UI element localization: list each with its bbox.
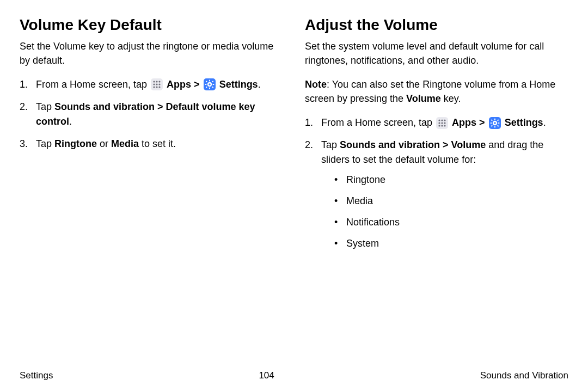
media-bold: Media	[111, 138, 139, 149]
period: .	[543, 117, 546, 128]
svg-rect-14	[209, 88, 210, 89]
bullet-media: Media	[334, 194, 568, 209]
apps-icon	[436, 117, 448, 129]
settings-icon	[489, 117, 501, 129]
bullet-notifications: Notifications	[334, 215, 568, 230]
step-text: From a Home screen, tap	[321, 117, 435, 128]
ringtone-bold: Ringtone	[54, 138, 97, 149]
apps-label: Apps	[167, 79, 191, 90]
svg-rect-36	[490, 122, 492, 124]
page-footer: Settings 104 Sounds and Vibration	[20, 370, 568, 381]
svg-point-8	[156, 87, 157, 88]
separator: >	[191, 79, 203, 90]
period: .	[258, 79, 261, 90]
svg-point-26	[441, 122, 443, 124]
step-1-right: From a Home screen, tap Apps > Settings.	[305, 115, 568, 130]
step-1-left: From a Home screen, tap Apps > Settings.	[20, 77, 283, 92]
apps-icon	[151, 78, 163, 90]
svg-point-2	[156, 81, 157, 83]
svg-point-12	[209, 84, 211, 86]
svg-point-25	[438, 122, 440, 124]
step-text: From a Home screen, tap	[36, 79, 150, 90]
footer-left: Settings	[20, 370, 53, 381]
intro-left: Set the Volume key to adjust the rington…	[20, 39, 283, 68]
volume-bold: Volume	[406, 93, 441, 104]
step-text: or	[97, 138, 111, 149]
svg-point-9	[158, 87, 160, 88]
step-text: Tap	[321, 139, 340, 150]
volume-bullets: Ringtone Media Notifications System	[321, 173, 568, 251]
svg-rect-34	[494, 118, 495, 120]
steps-left: From a Home screen, tap Apps > Settings.…	[20, 77, 283, 151]
svg-point-5	[156, 84, 157, 85]
apps-label: Apps	[452, 117, 476, 128]
svg-point-30	[444, 125, 445, 126]
footer-page-number: 104	[259, 370, 274, 381]
settings-icon	[204, 78, 216, 90]
intro-right: Set the system volume level and default …	[305, 39, 568, 68]
heading-volume-key-default: Volume Key Default	[20, 16, 283, 34]
step-2-left: Tap Sounds and vibration > Default volum…	[20, 100, 283, 129]
svg-rect-16	[212, 84, 214, 85]
svg-point-22	[438, 119, 440, 121]
step-3-left: Tap Ringtone or Media to set it.	[20, 137, 283, 151]
heading-adjust-volume: Adjust the Volume	[305, 16, 568, 34]
note-text: key.	[441, 93, 461, 104]
svg-rect-37	[498, 122, 499, 124]
settings-label: Settings	[219, 79, 258, 90]
period: .	[69, 116, 72, 127]
svg-point-23	[441, 119, 443, 121]
step-text: Tap	[36, 101, 54, 112]
svg-point-33	[494, 122, 496, 124]
step-text: Tap	[36, 138, 54, 149]
svg-point-27	[444, 122, 445, 124]
bullet-ringtone: Ringtone	[334, 173, 568, 187]
svg-point-1	[153, 81, 155, 83]
svg-point-24	[444, 119, 445, 121]
separator: >	[476, 117, 488, 128]
settings-label: Settings	[505, 117, 543, 128]
bullet-system: System	[334, 236, 568, 251]
step-2-right: Tap Sounds and vibration > Volume and dr…	[305, 138, 568, 251]
svg-point-3	[158, 81, 160, 83]
step-text: to set it.	[139, 138, 176, 149]
svg-rect-13	[209, 80, 210, 82]
svg-point-4	[153, 84, 155, 85]
svg-point-7	[153, 87, 155, 88]
svg-rect-35	[494, 126, 495, 127]
step-bold: Sounds and vibration > Volume	[340, 139, 486, 150]
svg-point-29	[441, 125, 443, 126]
right-column: Adjust the Volume Set the system volume …	[305, 16, 568, 259]
footer-right: Sounds and Vibration	[480, 370, 568, 381]
svg-point-28	[438, 125, 440, 126]
svg-point-6	[158, 84, 160, 85]
note-right: Note: You can also set the Ringtone volu…	[305, 77, 568, 106]
left-column: Volume Key Default Set the Volume key to…	[20, 16, 283, 259]
svg-rect-15	[205, 84, 206, 85]
note-label: Note	[305, 79, 327, 90]
steps-right: From a Home screen, tap Apps > Settings.…	[305, 115, 568, 251]
